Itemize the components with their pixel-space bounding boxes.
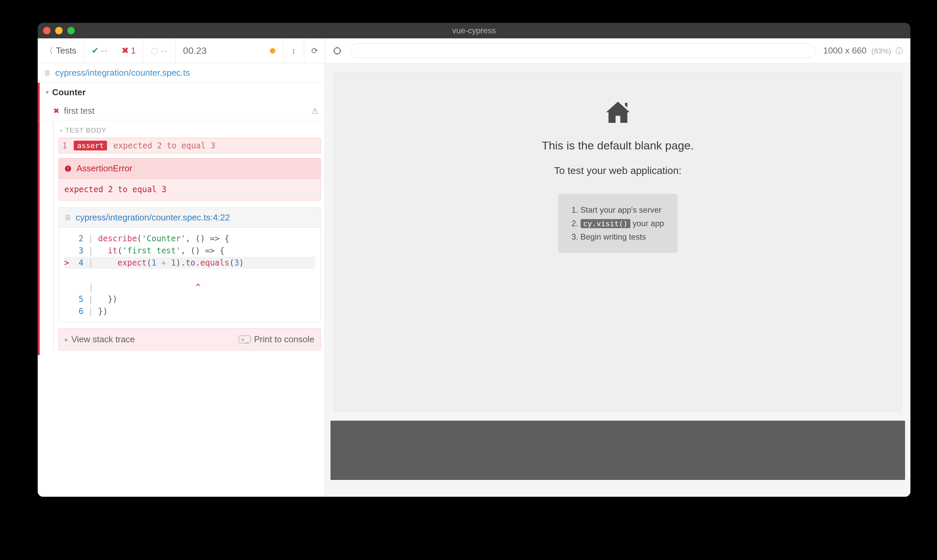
test-row[interactable]: ✖ first test ⚠ [38,102,325,120]
check-icon: ✔ [92,45,99,56]
step-2: cy.visit() your app [571,217,664,230]
arrows-vertical-icon: ↕ [292,46,296,55]
pending-icon: ◌ [151,45,158,56]
x-icon: ✖ [122,45,129,56]
passed-count: -- [101,45,108,56]
duration-stat: 00.23 [176,38,214,63]
test-name: first test [64,106,95,116]
pending-count: -- [160,45,168,56]
close-window-button[interactable] [43,27,51,34]
viewport-info[interactable]: 1000 x 660 (83%) ⓘ [823,45,903,56]
app-window: vue-cypress 〈 Tests ✔ -- ✖ 1 [38,23,911,497]
svg-point-3 [334,48,341,54]
chevron-down-icon: ▾ [60,128,63,133]
minimize-window-button[interactable] [55,27,63,34]
svg-rect-2 [68,169,68,170]
viewport-dims: 1000 x 660 [823,45,867,55]
assert-message: expected 2 to equal 3 [113,141,215,151]
home-icon [604,99,632,128]
svg-rect-1 [68,166,68,169]
orange-dot-icon [270,48,275,54]
test-body-label: TEST BODY [65,126,106,134]
error-footer: ▸ View stack trace >_ Print to console [58,328,321,350]
traffic-lights [43,27,75,34]
command-assert-row[interactable]: 1 assert expected 2 to equal 3 [58,138,321,154]
chevron-left-icon: 〈 [45,45,53,56]
duration: 00.23 [183,45,207,56]
tests-back-button[interactable]: 〈 Tests [38,38,84,63]
aut-toolbar: 1000 x 660 (83%) ⓘ [325,38,911,63]
zoom-window-button[interactable] [67,27,75,34]
command-index: 1 [62,141,68,151]
assert-badge: assert [74,141,107,151]
test-body-header[interactable]: ▾ TEST BODY [58,120,321,138]
file-icon: 🗎 [64,213,72,222]
print-to-console-label: Print to console [254,334,314,345]
chevron-down-icon: ▾ [46,89,49,96]
step-3: Begin writing tests [571,230,664,244]
cy-visit-code: cy.visit() [580,219,630,228]
terminal-icon: >_ [238,335,251,343]
viewport-pct: (83%) [871,47,891,55]
pending-stat: ◌ -- [143,38,175,63]
failed-icon: ✖ [53,107,59,115]
reporter-panel: 〈 Tests ✔ -- ✖ 1 ◌ -- [38,38,325,497]
reload-icon: ⟳ [311,46,318,55]
url-input[interactable] [350,43,815,58]
selector-playground-button[interactable] [332,46,342,55]
error-source: 🗎 cypress/integration/counter.spec.ts:4:… [58,207,321,322]
aut-iframe: This is the default blank page. To test … [334,72,902,412]
error-banner: AssertionError [58,158,321,179]
test-panel: ▾ TEST BODY 1 assert expected 2 to equal… [38,120,325,355]
blank-page-heading: This is the default blank page. [542,139,694,152]
passed-stat: ✔ -- [92,45,108,56]
error-icon [64,165,72,172]
getting-started-steps: Start your app's server cy.visit() your … [558,194,677,253]
aut-panel: 1000 x 660 (83%) ⓘ This is the default b… [325,38,911,497]
window-title: vue-cypress [38,26,911,35]
tests-label: Tests [56,45,76,56]
failed-stat: ✖ 1 [122,45,135,56]
info-icon: ⓘ [895,47,903,55]
collapse-toggle[interactable]: ↕ [283,38,304,63]
print-to-console[interactable]: >_ Print to console [238,334,314,345]
reporter-toolbar: 〈 Tests ✔ -- ✖ 1 ◌ -- [38,38,325,63]
spec-path: cypress/integration/counter.spec.ts [55,68,190,78]
file-icon: 🗎 [44,69,51,77]
aut-bottom-strip [331,421,905,480]
suite-name: Counter [52,87,86,98]
window-titlebar: vue-cypress [38,23,911,38]
suite-header[interactable]: ▾ Counter [38,83,325,102]
chevron-right-icon: ▸ [65,336,68,343]
auto-scroll-toggle[interactable] [262,38,283,63]
failed-count: 1 [131,45,135,56]
blank-page-sub: To test your web application: [554,165,682,176]
error-message: expected 2 to equal 3 [58,179,321,201]
stats-cell: ✔ -- ✖ 1 [84,38,144,63]
rerun-button[interactable]: ⟳ [304,38,325,63]
step-1: Start your app's server [571,203,664,217]
source-path: cypress/integration/counter.spec.ts:4:22 [76,212,230,223]
view-stack-trace[interactable]: View stack trace [71,334,135,345]
warning-icon: ⚠ [311,106,319,116]
code-frame: 2 | describe('Counter', () => { 3 | it('… [59,228,320,322]
error-source-link[interactable]: 🗎 cypress/integration/counter.spec.ts:4:… [59,208,320,228]
spec-file-bar[interactable]: 🗎 cypress/integration/counter.spec.ts [38,63,325,83]
error-title: AssertionError [76,163,132,174]
